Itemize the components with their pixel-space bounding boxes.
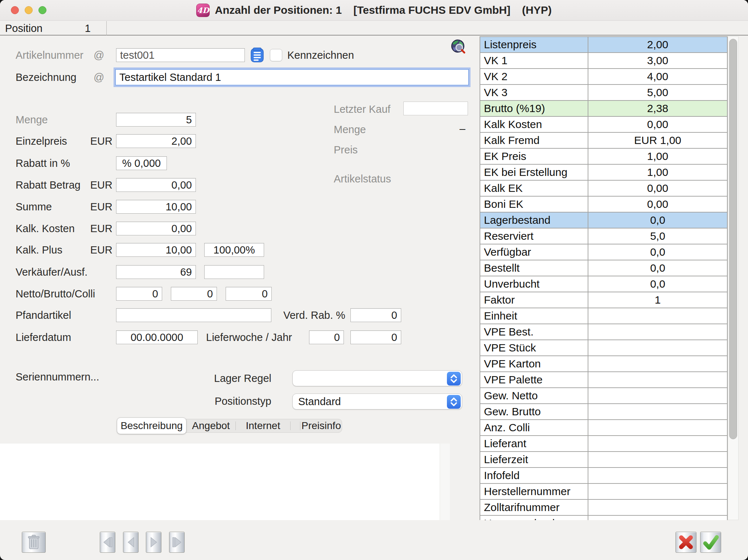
price-table-row[interactable]: VPE Palette: [480, 372, 727, 388]
letzter-kauf-label: Letzter Kauf: [334, 103, 390, 115]
price-table-row[interactable]: VPE Stück: [480, 340, 727, 356]
kennzeichnen-label: Kennzeichnen: [287, 49, 354, 61]
brutto-input[interactable]: 0: [171, 287, 217, 301]
price-table-row-label: Gew. Brutto: [480, 404, 588, 419]
price-table-row[interactable]: Ursprungsland: [480, 516, 727, 520]
4d-app-icon: 4D: [196, 4, 210, 17]
price-table-row[interactable]: Zolltarifnummer: [480, 500, 727, 516]
price-table-row-value: 0,00: [588, 117, 727, 132]
beschreibung-textarea[interactable]: [0, 444, 450, 520]
price-table-row[interactable]: VPE Best.: [480, 324, 727, 340]
app-window: 4D Anzahl der Positionen: 1[Testfirma FU…: [0, 0, 748, 560]
rabatt-prozent-input[interactable]: % 0,000: [116, 156, 167, 170]
price-table-row[interactable]: Verfügbar0,0: [480, 244, 727, 260]
price-table-row[interactable]: Einheit: [480, 308, 727, 324]
price-table-row[interactable]: Bestellt0,0: [480, 260, 727, 276]
bezeichnung-input[interactable]: Testartikel Standard 1: [115, 69, 469, 85]
next-record-button[interactable]: [146, 532, 161, 553]
price-table-row[interactable]: Kalk FremdEUR 1,00: [480, 133, 727, 149]
summe-input[interactable]: 10,00: [116, 200, 196, 214]
price-table-row[interactable]: Gew. Brutto: [480, 404, 727, 420]
menge-input[interactable]: 5: [116, 113, 196, 127]
rabatt-betrag-input[interactable]: 0,00: [116, 178, 196, 192]
price-table-row[interactable]: EK bei Erstellung1,00: [480, 165, 727, 181]
price-table-row[interactable]: Brutto (%19)2,38: [480, 101, 727, 117]
zoom-window-button[interactable]: [38, 6, 46, 14]
price-table-row[interactable]: VK 24,00: [480, 69, 727, 85]
tab-beschreibung[interactable]: Beschreibung: [117, 417, 186, 434]
verkaeufer-input[interactable]: 69: [116, 265, 196, 279]
price-table-row[interactable]: VK 13,00: [480, 53, 727, 69]
price-table-row[interactable]: Faktor1: [480, 292, 727, 308]
price-table-row-label: Anz. Colli: [480, 420, 588, 435]
positionstyp-select[interactable]: Standard: [292, 394, 462, 409]
price-table-row[interactable]: Unverbucht0,0: [480, 276, 727, 292]
verd-rab-input[interactable]: 0: [350, 308, 401, 322]
price-table-row[interactable]: Kalk EK0,00: [480, 181, 727, 197]
price-table-row[interactable]: Boni EK0,00: [480, 197, 727, 213]
price-table-row[interactable]: Gew. Netto: [480, 388, 727, 404]
delete-position-button[interactable]: [22, 532, 46, 553]
titlebar: 4D Anzahl der Positionen: 1[Testfirma FU…: [0, 0, 748, 21]
price-table-row-value: [588, 356, 727, 371]
position-tab-number: 1: [54, 21, 91, 36]
netto-input[interactable]: 0: [116, 287, 162, 301]
price-table-row[interactable]: Lagerbestand0,0: [480, 213, 727, 228]
web-search-button[interactable]: [451, 39, 466, 55]
previous-record-button[interactable]: [123, 532, 139, 553]
artikelnummer-input[interactable]: test001: [116, 48, 245, 62]
lieferwoche-input[interactable]: 0: [309, 330, 344, 344]
price-table-row-value: 1: [588, 292, 727, 308]
price-table-row-label: VK 1: [480, 53, 588, 68]
price-table-row[interactable]: VPE Karton: [480, 356, 727, 372]
tab-spacer: [291, 419, 300, 433]
price-table-row-label: EK Preis: [480, 149, 588, 164]
price-table-row[interactable]: Listenpreis2,00: [480, 37, 727, 53]
price-table-row-value: 0,00: [588, 197, 727, 212]
price-table-row[interactable]: Lieferzeit: [480, 452, 727, 468]
tab-preisinfo[interactable]: Preisinfo: [300, 419, 342, 433]
close-window-button[interactable]: [11, 6, 19, 14]
price-table-row[interactable]: Anz. Colli: [480, 420, 727, 436]
title-suffix: (HYP): [522, 4, 552, 16]
kennzeichnen-checkbox[interactable]: [270, 49, 282, 61]
price-table-row[interactable]: Herstellernummer: [480, 484, 727, 500]
seriennummern-button[interactable]: Seriennummern...: [16, 371, 99, 383]
lager-regel-select[interactable]: [292, 370, 462, 386]
verd-rab-label: Verd. Rab. %: [283, 309, 345, 321]
cancel-button[interactable]: [675, 532, 696, 553]
ausfuehrung-input[interactable]: [204, 265, 264, 279]
price-table-row[interactable]: Infofeld: [480, 468, 727, 484]
pfandartikel-label: Pfandartikel: [16, 309, 71, 321]
kalk-plus-input[interactable]: 10,00: [116, 243, 196, 257]
netto-brutto-colli-label: Netto/Brutto/Colli: [16, 288, 95, 300]
lieferjahr-input[interactable]: 0: [350, 330, 401, 344]
price-table-row-label: VPE Best.: [480, 324, 588, 339]
kalk-kosten-input[interactable]: 0,00: [116, 222, 196, 235]
first-record-button[interactable]: [100, 532, 115, 553]
ok-button[interactable]: [700, 532, 721, 553]
last-record-button[interactable]: [169, 532, 185, 553]
price-table-scrollbar-thumb[interactable]: [729, 39, 737, 439]
price-table-row[interactable]: VK 35,00: [480, 85, 727, 101]
beschreibung-scrollbar[interactable]: [440, 444, 450, 520]
einzelpreis-input[interactable]: 2,00: [116, 134, 196, 148]
lieferdatum-input[interactable]: 00.00.0000: [116, 330, 198, 344]
price-table-row-value: [588, 308, 727, 324]
colli-input[interactable]: 0: [226, 287, 272, 301]
rabatt-betrag-label: Rabatt Betrag: [16, 179, 81, 191]
artikelnummer-label: Artikelnummer: [16, 49, 83, 61]
price-table-row[interactable]: EK Preis1,00: [480, 149, 727, 165]
tab-angebot[interactable]: Angebot: [186, 419, 235, 433]
price-table-row-label: Faktor: [480, 292, 588, 308]
pfandartikel-input[interactable]: [116, 308, 271, 322]
kalk-plus-percent-input[interactable]: 100,00%: [204, 243, 264, 257]
price-table-row[interactable]: Kalk Kosten0,00: [480, 117, 727, 133]
price-table-row[interactable]: Lieferant: [480, 436, 727, 452]
minimize-window-button[interactable]: [25, 6, 33, 14]
article-list-button[interactable]: [250, 48, 265, 64]
tab-internet[interactable]: Internet: [236, 419, 290, 433]
price-table-scrollbar[interactable]: [728, 36, 739, 520]
letzter-kauf-preis-label: Preis: [334, 144, 358, 156]
price-table-row[interactable]: Reserviert5,0: [480, 228, 727, 244]
